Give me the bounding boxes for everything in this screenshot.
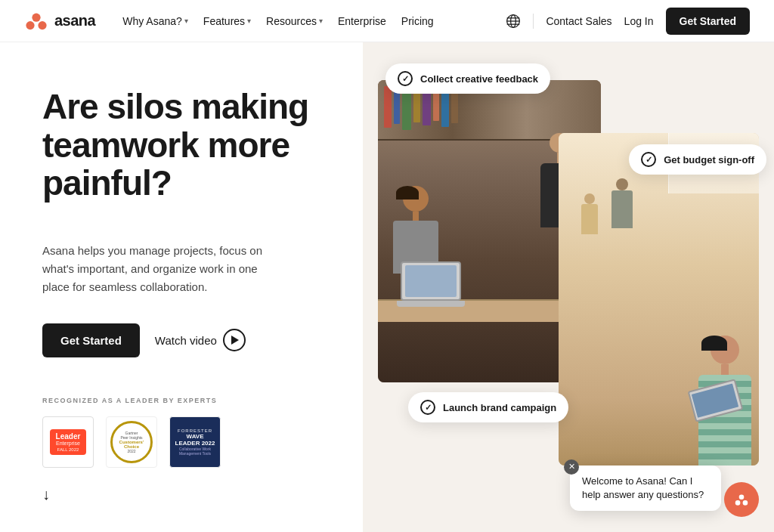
check-icon: ✓ bbox=[398, 71, 413, 86]
forrester-badge: FORRESTER WAVE LEADER 2022 Collaborative… bbox=[169, 416, 221, 468]
person-main-right bbox=[698, 336, 751, 466]
nav-links: Why Asana? ▾ Features ▾ Resources ▾ Ente… bbox=[116, 11, 439, 32]
scroll-down-indicator: ↓ bbox=[42, 486, 327, 503]
check-icon: ✓ bbox=[641, 152, 656, 167]
chat-bubble: ✕ Welcome to Asana! Can I help answer an… bbox=[570, 466, 721, 511]
chevron-down-icon: ▾ bbox=[184, 17, 188, 25]
nav-divider bbox=[533, 14, 534, 29]
main-content: Are silos making teamwork more painful? … bbox=[0, 42, 774, 532]
hero-image-right bbox=[559, 133, 759, 466]
left-panel: Are silos making teamwork more painful? … bbox=[0, 42, 363, 532]
language-button[interactable] bbox=[506, 14, 521, 29]
svg-point-0 bbox=[32, 13, 40, 21]
chevron-down-icon: ▾ bbox=[247, 17, 251, 25]
recognition-label: RECOGNIZED AS A LEADER BY EXPERTS bbox=[42, 397, 327, 404]
play-icon bbox=[223, 329, 246, 351]
task-card-launch: ✓ Launch brand campaign bbox=[408, 392, 568, 422]
g2-badge: Leader Enterprise FALL 2022 bbox=[42, 416, 94, 468]
nav-link-resources[interactable]: Resources ▾ bbox=[260, 11, 329, 32]
svg-point-10 bbox=[743, 500, 748, 506]
logo[interactable]: asana bbox=[24, 9, 95, 33]
svg-point-8 bbox=[739, 494, 745, 500]
hero-description: Asana helps you manage projects, focus o… bbox=[42, 242, 284, 296]
nav-link-why-asana[interactable]: Why Asana? ▾ bbox=[116, 11, 194, 32]
gartner-badge: GartnerPeer Insights Customers'Choice 20… bbox=[106, 416, 157, 468]
nav-link-features[interactable]: Features ▾ bbox=[197, 11, 257, 32]
navbar: asana Why Asana? ▾ Features ▾ Resources … bbox=[0, 0, 774, 42]
task-card-collect: ✓ Collect creative feedback bbox=[385, 63, 550, 94]
logo-text: asana bbox=[54, 12, 95, 29]
play-triangle bbox=[231, 336, 239, 345]
laptop bbox=[401, 261, 465, 307]
globe-icon bbox=[506, 14, 521, 29]
chat-bot-icon bbox=[733, 491, 750, 508]
chat-close-button[interactable]: ✕ bbox=[564, 459, 579, 475]
get-started-nav-button[interactable]: Get Started bbox=[666, 8, 750, 35]
svg-point-2 bbox=[38, 21, 46, 29]
log-in-button[interactable]: Log In bbox=[624, 15, 654, 27]
nav-left: asana Why Asana? ▾ Features ▾ Resources … bbox=[24, 9, 440, 33]
check-icon: ✓ bbox=[420, 400, 435, 415]
right-panel: ✓ Collect creative feedback ✓ Get budget… bbox=[363, 42, 774, 532]
watch-video-button[interactable]: Watch video bbox=[155, 329, 246, 351]
nav-right: Contact Sales Log In Get Started bbox=[506, 8, 750, 35]
svg-point-1 bbox=[26, 21, 34, 29]
get-started-button[interactable]: Get Started bbox=[42, 323, 140, 357]
badges-row: Leader Enterprise FALL 2022 GartnerPeer … bbox=[42, 416, 327, 468]
task-card-budget: ✓ Get budget sign-off bbox=[629, 144, 766, 175]
chat-bot-button[interactable] bbox=[724, 482, 759, 517]
svg-point-9 bbox=[735, 500, 741, 506]
down-arrow-icon: ↓ bbox=[42, 486, 50, 503]
logo-icon bbox=[24, 9, 48, 33]
nav-link-enterprise[interactable]: Enterprise bbox=[332, 11, 392, 32]
chevron-down-icon: ▾ bbox=[319, 17, 323, 25]
cta-row: Get Started Watch video bbox=[42, 323, 327, 357]
hero-title: Are silos making teamwork more painful? bbox=[42, 88, 327, 203]
nav-link-pricing[interactable]: Pricing bbox=[395, 11, 440, 32]
person-seated bbox=[393, 186, 438, 274]
contact-sales-button[interactable]: Contact Sales bbox=[546, 15, 611, 27]
